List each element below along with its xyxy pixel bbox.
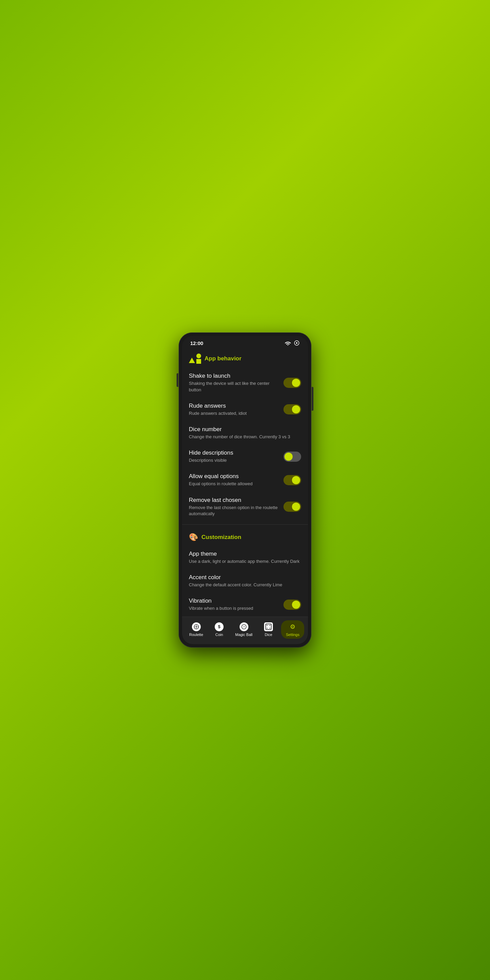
hide-desc-toggle-knob xyxy=(285,453,293,461)
allow-equal-options-text: Allow equal options Equal options in rou… xyxy=(189,473,279,487)
signal-icon xyxy=(294,340,300,346)
svg-point-12 xyxy=(269,627,270,628)
nav-dice[interactable]: Dice xyxy=(261,621,276,638)
phone-screen: 12:00 xyxy=(182,336,308,644)
nav-coin[interactable]: $ Coin xyxy=(211,621,227,638)
shake-toggle[interactable] xyxy=(283,378,301,388)
vibration-desc: Vibrate when a button is pressed xyxy=(189,605,279,611)
dice-number-text: Dice number Change the number of dice th… xyxy=(189,426,301,440)
roulette-icon xyxy=(192,622,201,631)
remove-last-toggle[interactable] xyxy=(283,501,301,512)
wifi-icon xyxy=(285,340,291,345)
settings-icon: ⚙ xyxy=(288,622,297,631)
equal-options-toggle[interactable] xyxy=(283,475,301,485)
coin-label: Coin xyxy=(215,633,223,637)
rude-answers-item: Rude answers Rude answers activated, idi… xyxy=(182,398,308,421)
vibration-item: Vibration Vibrate when a button is press… xyxy=(182,593,308,616)
svg-point-5 xyxy=(196,626,197,627)
shake-to-launch-desc: Shaking the device will act like the cen… xyxy=(189,380,279,393)
vibration-toggle[interactable] xyxy=(283,600,301,610)
rude-answers-desc: Rude answers activated, idiot xyxy=(189,410,279,417)
app-behavior-title: App behavior xyxy=(205,355,242,362)
customization-title: Customization xyxy=(202,534,241,541)
nav-roulette[interactable]: Roulette xyxy=(186,621,207,638)
shake-to-launch-title: Shake to launch xyxy=(189,372,279,379)
app-theme-desc: Use a dark, light or automatic app theme… xyxy=(189,558,301,565)
dice-number-title: Dice number xyxy=(189,426,301,433)
screen-content: App behavior Shake to launch Shaking the… xyxy=(182,348,308,644)
accent-color-item[interactable]: Accent color Change the default accent c… xyxy=(182,569,308,593)
shake-to-launch-item: Shake to launch Shaking the device will … xyxy=(182,368,308,398)
rude-toggle[interactable] xyxy=(283,404,301,414)
shake-toggle-track xyxy=(283,378,301,388)
svg-point-1 xyxy=(296,342,298,344)
settings-label: Settings xyxy=(286,633,299,637)
app-theme-title: App theme xyxy=(189,550,301,557)
status-bar: 12:00 xyxy=(182,336,308,348)
customization-header: 🎨 Customization xyxy=(182,527,308,546)
svg-rect-8 xyxy=(266,624,272,630)
dice-icon xyxy=(264,622,273,631)
allow-equal-options-desc: Equal options in roulette allowed xyxy=(189,481,279,487)
roulette-label: Roulette xyxy=(189,633,203,637)
remove-last-chosen-item: Remove last chosen Remove the last chose… xyxy=(182,492,308,522)
status-icons xyxy=(285,340,300,346)
svg-point-9 xyxy=(267,625,268,626)
equal-options-toggle-knob xyxy=(292,476,300,484)
dice-label: Dice xyxy=(265,633,272,637)
remove-last-chosen-text: Remove last chosen Remove the last chose… xyxy=(189,497,279,517)
status-time: 12:00 xyxy=(190,340,203,346)
allow-equal-options-item: Allow equal options Equal options in rou… xyxy=(182,468,308,492)
allow-equal-options-title: Allow equal options xyxy=(189,473,279,480)
remove-last-toggle-track xyxy=(283,501,301,512)
accent-color-title: Accent color xyxy=(189,574,301,581)
app-behavior-icon xyxy=(189,353,201,364)
remove-last-chosen-title: Remove last chosen xyxy=(189,497,279,504)
rude-toggle-knob xyxy=(292,405,300,414)
shake-toggle-knob xyxy=(292,379,300,387)
vibration-title: Vibration xyxy=(189,598,279,605)
remove-last-toggle-knob xyxy=(292,503,300,511)
phone-device: 12:00 xyxy=(179,332,311,647)
hide-descriptions-text: Hide descriptions Descriptions visible xyxy=(189,450,279,463)
hide-descriptions-item: Hide descriptions Descriptions visible xyxy=(182,445,308,468)
equal-options-toggle-track xyxy=(283,475,301,485)
rude-answers-text: Rude answers Rude answers activated, idi… xyxy=(189,402,279,417)
hide-desc-toggle[interactable] xyxy=(283,452,301,462)
accent-color-text: Accent color Change the default accent c… xyxy=(189,574,301,588)
customization-icon: 🎨 xyxy=(189,533,198,542)
svg-text:?: ? xyxy=(243,625,245,628)
svg-point-11 xyxy=(267,627,268,628)
rude-answers-title: Rude answers xyxy=(189,402,279,409)
hide-descriptions-title: Hide descriptions xyxy=(189,450,279,456)
app-theme-item[interactable]: App theme Use a dark, light or automatic… xyxy=(182,546,308,569)
section-divider xyxy=(182,524,308,525)
dice-number-item[interactable]: Dice number Change the number of dice th… xyxy=(182,421,308,445)
hide-descriptions-desc: Descriptions visible xyxy=(189,457,279,463)
bottom-nav: Roulette $ Coin ? Magic Ball xyxy=(182,617,308,644)
app-theme-text: App theme Use a dark, light or automatic… xyxy=(189,550,301,565)
hide-desc-toggle-track xyxy=(283,452,301,462)
svg-point-10 xyxy=(269,625,270,626)
dice-number-desc: Change the number of dice thrown. Curren… xyxy=(189,434,301,440)
vibration-toggle-track xyxy=(283,600,301,610)
app-behavior-header: App behavior xyxy=(182,348,308,368)
rude-toggle-track xyxy=(283,404,301,414)
nav-settings[interactable]: ⚙ Settings xyxy=(281,620,304,639)
magic-ball-label: Magic Ball xyxy=(235,633,253,637)
shake-to-launch-text: Shake to launch Shaking the device will … xyxy=(189,372,279,393)
vibration-text: Vibration Vibrate when a button is press… xyxy=(189,598,279,611)
remove-last-chosen-desc: Remove the last chosen option in the rou… xyxy=(189,504,279,517)
coin-icon: $ xyxy=(215,622,224,631)
vibration-toggle-knob xyxy=(292,601,300,609)
nav-magic-ball[interactable]: ? Magic Ball xyxy=(232,621,256,638)
magic-ball-icon: ? xyxy=(240,622,248,631)
accent-color-desc: Change the default accent color. Current… xyxy=(189,582,301,588)
